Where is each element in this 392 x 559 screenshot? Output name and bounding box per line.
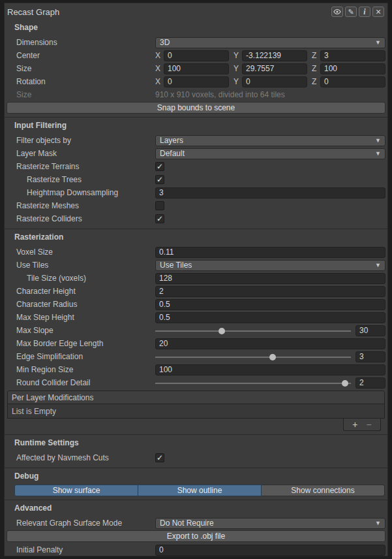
round-collider-detail-slider[interactable] xyxy=(155,377,351,389)
round-collider-detail-field[interactable] xyxy=(355,377,385,389)
filter-objects-by-row: Filter objects by Layers ▼ xyxy=(5,134,387,147)
initial-penalty-field[interactable] xyxy=(155,545,385,556)
dimensions-value: 3D xyxy=(160,38,375,47)
debug-heading: Debug xyxy=(5,471,387,483)
max-border-edge-length-field[interactable] xyxy=(155,338,385,349)
slider-thumb[interactable] xyxy=(342,380,348,387)
shape-heading: Shape xyxy=(5,23,387,35)
affected-by-navmesh-cuts-label: Affected by Navmesh Cuts xyxy=(7,453,155,462)
tile-size-field[interactable] xyxy=(155,273,385,284)
character-height-field[interactable] xyxy=(155,286,385,297)
voxel-size-field[interactable] xyxy=(155,247,385,258)
rasterize-colliders-row: Rasterize Colliders xyxy=(5,212,387,225)
slider-track xyxy=(155,357,351,358)
max-slope-slider[interactable] xyxy=(155,325,351,336)
character-radius-field[interactable] xyxy=(155,299,385,310)
rasterization-heading: Rasterization xyxy=(5,232,387,244)
round-collider-detail-row: Round Collider Detail xyxy=(5,376,387,389)
dimensions-dropdown[interactable]: 3D ▼ xyxy=(155,37,385,48)
show-connections-button[interactable]: Show connections xyxy=(262,485,385,496)
remove-item-button[interactable]: − xyxy=(367,420,372,429)
list-empty-row: List is Empty xyxy=(8,404,384,418)
heightmap-downsampling-label: Heightmap Downsampling xyxy=(7,188,155,197)
x-axis-label: X xyxy=(155,64,161,73)
z-axis-label: Z xyxy=(312,77,318,86)
filter-objects-by-label: Filter objects by xyxy=(7,136,155,145)
min-region-size-row: Min Region Size xyxy=(5,363,387,376)
show-outline-button[interactable]: Show outline xyxy=(138,485,262,496)
size-z-field[interactable] xyxy=(320,63,385,74)
delete-graph-button[interactable]: × xyxy=(372,7,384,17)
max-slope-row: Max Slope xyxy=(5,324,387,337)
round-collider-detail-label: Round Collider Detail xyxy=(7,378,155,387)
section-divider xyxy=(5,229,387,229)
max-step-height-field[interactable] xyxy=(155,312,385,323)
center-y-field[interactable] xyxy=(242,50,307,61)
initial-penalty-row: Initial Penalty xyxy=(5,543,387,556)
rotation-row: Rotation X Y Z xyxy=(5,75,387,88)
surface-mode-row: Relevant Graph Surface Mode Do Not Requi… xyxy=(5,517,387,530)
y-axis-label: Y xyxy=(234,51,239,60)
info-button[interactable]: i xyxy=(359,7,370,17)
size-x-field[interactable] xyxy=(164,63,229,74)
rasterize-meshes-label: Rasterize Meshes xyxy=(7,201,155,210)
rasterize-meshes-checkbox[interactable] xyxy=(155,201,164,210)
heightmap-downsampling-field[interactable] xyxy=(155,187,385,199)
per-layer-modifications-header[interactable]: Per Layer Modifications xyxy=(8,391,384,404)
max-slope-label: Max Slope xyxy=(7,326,155,335)
chevron-down-icon: ▼ xyxy=(375,262,381,268)
rasterize-colliders-checkbox[interactable] xyxy=(155,214,164,223)
visibility-toggle-button[interactable] xyxy=(331,7,343,17)
rasterize-trees-checkbox[interactable] xyxy=(155,175,164,184)
edit-button[interactable]: ✎ xyxy=(345,7,357,17)
show-surface-button[interactable]: Show surface xyxy=(14,485,138,496)
rotation-x-field[interactable] xyxy=(164,76,229,88)
center-x-field[interactable] xyxy=(164,50,229,61)
surface-mode-dropdown[interactable]: Do Not Require ▼ xyxy=(155,518,385,529)
filter-objects-by-dropdown[interactable]: Layers ▼ xyxy=(155,135,385,146)
chevron-down-icon: ▼ xyxy=(375,39,381,46)
input-filtering-heading: Input Filtering xyxy=(5,121,387,133)
size-row: Size X Y Z xyxy=(5,62,387,75)
layer-mask-dropdown[interactable]: Default ▼ xyxy=(155,148,385,159)
use-tiles-dropdown[interactable]: Use Tiles ▼ xyxy=(155,260,385,271)
affected-by-navmesh-cuts-checkbox[interactable] xyxy=(155,453,164,462)
layer-mask-label: Layer Mask xyxy=(7,149,155,158)
voxel-size-label: Voxel Size xyxy=(7,248,155,257)
layer-mask-row: Layer Mask Default ▼ xyxy=(5,147,387,160)
size-label: Size xyxy=(7,64,155,73)
slider-thumb[interactable] xyxy=(219,328,225,334)
edge-simplification-slider[interactable] xyxy=(155,351,351,362)
x-axis-label: X xyxy=(155,77,161,86)
slider-thumb[interactable] xyxy=(269,354,276,360)
rotation-y-field[interactable] xyxy=(242,76,307,88)
max-slope-field[interactable] xyxy=(355,325,385,336)
size-y-field[interactable] xyxy=(242,63,307,74)
rasterize-terrains-row: Rasterize Terrains xyxy=(5,160,387,173)
rasterize-terrains-checkbox[interactable] xyxy=(155,162,164,171)
recast-graph-inspector: Recast Graph ✎ i × Shape Dimensions 3D xyxy=(4,3,388,556)
edge-simplification-label: Edge Simplification xyxy=(7,352,155,361)
export-obj-button[interactable]: Export to .obj file xyxy=(7,530,385,542)
snap-bounds-button[interactable]: Snap bounds to scene xyxy=(7,102,385,114)
rotation-z-field[interactable] xyxy=(320,76,385,88)
character-height-label: Character Height xyxy=(7,287,155,296)
max-border-edge-length-label: Max Border Edge Length xyxy=(7,339,155,348)
chevron-down-icon: ▼ xyxy=(375,150,381,157)
rasterize-terrains-label: Rasterize Terrains xyxy=(7,162,155,171)
slider-track xyxy=(155,383,351,384)
center-z-field[interactable] xyxy=(320,50,385,61)
section-divider xyxy=(5,434,387,435)
max-step-height-label: Max Step Height xyxy=(7,313,155,322)
pencil-icon: ✎ xyxy=(348,8,354,16)
add-item-button[interactable]: + xyxy=(352,420,357,429)
graph-title: Recast Graph xyxy=(7,7,59,17)
rasterize-trees-row: Rasterize Trees xyxy=(5,173,387,186)
dimensions-label: Dimensions xyxy=(7,38,155,47)
max-border-edge-length-row: Max Border Edge Length xyxy=(5,337,387,350)
close-icon: × xyxy=(376,7,381,16)
affected-by-navmesh-cuts-row: Affected by Navmesh Cuts xyxy=(5,451,387,464)
min-region-size-field[interactable] xyxy=(155,364,385,375)
edge-simplification-field[interactable] xyxy=(355,351,385,362)
character-radius-row: Character Radius xyxy=(5,298,387,311)
